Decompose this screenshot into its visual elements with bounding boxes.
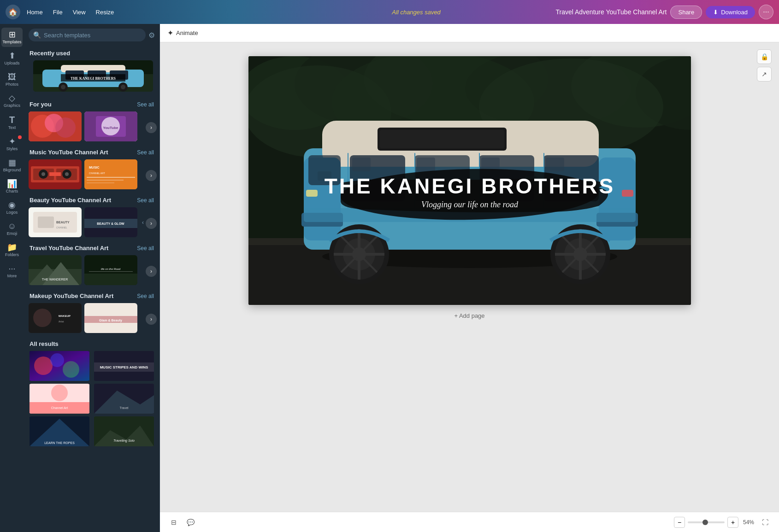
sidebar-item-emoji[interactable]: ☺ Emoji bbox=[1, 219, 23, 239]
notes-tool-button[interactable]: 💬 bbox=[184, 516, 197, 529]
animate-button[interactable]: ✦ Animate bbox=[167, 29, 198, 37]
nav-file[interactable]: File bbox=[49, 7, 66, 18]
more-icon: ··· bbox=[8, 264, 15, 273]
music-next-arrow[interactable]: › bbox=[146, 170, 157, 181]
beauty-next-arrow[interactable]: › bbox=[146, 218, 157, 229]
sidebar-item-styles[interactable]: ✦ Styles bbox=[1, 134, 23, 154]
section-makeup-header: Makeup YouTube Channel Art See all bbox=[24, 289, 159, 301]
sidebar-item-uploads[interactable]: ⬆ Uploads bbox=[1, 49, 23, 68]
background-icon: ▦ bbox=[8, 158, 16, 167]
template-thumb[interactable]: Travelling Solo bbox=[93, 416, 155, 446]
svg-text:Travelling Solo: Travelling Solo bbox=[113, 439, 135, 443]
beauty-see-all[interactable]: See all bbox=[137, 197, 154, 204]
makeup-see-all[interactable]: See all bbox=[137, 293, 154, 299]
topbar-right: Travel Adventure YouTube Channel Art Sha… bbox=[555, 5, 773, 19]
svg-rect-123 bbox=[306, 190, 318, 197]
more-options-button[interactable]: ··· bbox=[759, 5, 773, 19]
svg-point-72 bbox=[51, 385, 68, 401]
template-thumb[interactable]: LEARN THE ROPES bbox=[29, 416, 90, 446]
download-icon: ⬇ bbox=[713, 9, 718, 16]
add-page-button[interactable]: + Add page bbox=[454, 312, 484, 319]
sidebar-item-text[interactable]: T Text bbox=[1, 112, 23, 133]
template-thumb[interactable]: MAKEUP Artist bbox=[29, 303, 82, 333]
template-thumb[interactable]: Travel bbox=[93, 384, 155, 414]
svg-text:BEAUTY & GLOW: BEAUTY & GLOW bbox=[97, 222, 124, 225]
lock-tool-button[interactable]: 🔒 bbox=[757, 49, 772, 64]
travel-next-arrow[interactable]: › bbox=[146, 266, 157, 277]
sidebar-item-logos[interactable]: ◉ Logos bbox=[1, 198, 23, 217]
templates-icon: ⊞ bbox=[9, 30, 16, 39]
uploads-icon: ⬆ bbox=[9, 52, 16, 60]
music-see-all[interactable]: See all bbox=[137, 149, 154, 156]
svg-rect-111 bbox=[417, 158, 435, 171]
fullscreen-button[interactable]: ⛶ bbox=[759, 516, 772, 529]
canvas-frame[interactable]: THE KANEGI BROTHERS Vlogging our life on… bbox=[248, 56, 691, 305]
search-input[interactable] bbox=[44, 32, 141, 39]
charts-icon: 📊 bbox=[7, 180, 17, 188]
svg-point-17 bbox=[55, 117, 76, 138]
zoom-in-button[interactable]: + bbox=[727, 517, 738, 528]
logos-icon: ◉ bbox=[8, 201, 16, 209]
sidebar-item-more[interactable]: ··· More bbox=[1, 262, 23, 281]
download-button[interactable]: ⬇ Download bbox=[706, 6, 755, 18]
template-thumb[interactable]: MUSIC CHANNEL ART bbox=[84, 159, 137, 189]
template-thumb[interactable]: Channel Art bbox=[29, 384, 90, 414]
template-thumb[interactable]: life on the Road bbox=[84, 255, 137, 285]
collapse-button[interactable]: ‹ bbox=[140, 217, 146, 228]
section-travel-header: Travel YouTube Channel Art See all bbox=[24, 241, 159, 253]
section-recently-used-title: Recently used bbox=[30, 50, 70, 57]
template-thumb[interactable]: YouTube bbox=[84, 111, 137, 141]
animate-bar: ✦ Animate bbox=[160, 24, 779, 42]
bottom-left: ⊟ 💬 bbox=[167, 516, 197, 529]
sidebar-item-photos[interactable]: 🖼 Photos bbox=[1, 70, 23, 89]
sidebar-item-background[interactable]: ▦ Bkground bbox=[1, 156, 23, 175]
svg-point-57 bbox=[33, 309, 52, 327]
filter-icon[interactable]: ⚙ bbox=[148, 31, 155, 40]
sidebar-item-templates[interactable]: ⊞ Templates bbox=[1, 28, 23, 47]
templates-panel: 🔍 ⚙ Recently used bbox=[24, 24, 160, 532]
for-you-see-all[interactable]: See all bbox=[137, 101, 154, 108]
svg-point-66 bbox=[50, 353, 64, 367]
svg-text:CHANNEL: CHANNEL bbox=[56, 226, 67, 229]
svg-text:YouTube: YouTube bbox=[103, 126, 118, 130]
for-you-next-arrow[interactable]: › bbox=[146, 122, 157, 133]
animate-icon: ✦ bbox=[167, 29, 173, 37]
makeup-next-arrow[interactable]: › bbox=[146, 314, 157, 325]
template-thumb[interactable]: BEAUTY & GLOW bbox=[84, 207, 137, 237]
sidebar-item-charts[interactable]: 📊 Charts bbox=[1, 177, 23, 196]
sidebar-item-graphics[interactable]: ◇ Graphics bbox=[1, 91, 23, 111]
section-travel-title: Travel YouTube Channel Art bbox=[30, 245, 108, 251]
svg-rect-52 bbox=[84, 274, 137, 285]
svg-rect-40 bbox=[38, 216, 54, 228]
home-button[interactable]: 🏠 bbox=[6, 5, 20, 19]
sidebar-item-folders[interactable]: 📁 Folders bbox=[1, 240, 23, 260]
svg-rect-101 bbox=[380, 130, 504, 148]
export-tool-button[interactable]: ↗ bbox=[757, 67, 772, 82]
template-thumb[interactable] bbox=[29, 111, 82, 141]
share-button[interactable]: Share bbox=[670, 6, 702, 19]
pages-tool-button[interactable]: ⊟ bbox=[167, 516, 180, 529]
graphics-icon: ◇ bbox=[9, 94, 15, 102]
section-beauty-title: Beauty YouTube Channel Art bbox=[30, 197, 111, 204]
recently-used-thumb-inner: THE KANEGI BROTHERS bbox=[33, 60, 153, 92]
zoom-slider[interactable] bbox=[688, 521, 725, 523]
template-thumb[interactable]: MUSIC STRIPES AND WINS bbox=[93, 351, 155, 381]
canvas-scroll[interactable]: THE KANEGI BROTHERS Vlogging our life on… bbox=[160, 42, 779, 512]
nav-home[interactable]: Home bbox=[23, 7, 47, 18]
svg-text:THE WANDERER: THE WANDERER bbox=[42, 278, 68, 281]
template-thumb[interactable]: Glam & Beauty bbox=[84, 303, 137, 333]
nav-view[interactable]: View bbox=[69, 7, 89, 18]
section-music-title: Music YouTube Channel Art bbox=[30, 149, 108, 156]
svg-text:MAKEUP: MAKEUP bbox=[59, 315, 71, 317]
template-thumb[interactable] bbox=[29, 159, 82, 189]
template-thumb[interactable] bbox=[29, 351, 90, 381]
topbar: 🏠 Home File View Resize All changes save… bbox=[0, 0, 779, 24]
svg-text:MUSIC STRIPES AND WINS: MUSIC STRIPES AND WINS bbox=[100, 365, 148, 369]
nav-resize[interactable]: Resize bbox=[92, 7, 118, 18]
recently-used-thumb[interactable]: THE KANEGI BROTHERS bbox=[33, 60, 153, 92]
zoom-out-button[interactable]: − bbox=[674, 517, 685, 528]
travel-see-all[interactable]: See all bbox=[137, 245, 154, 251]
template-thumb[interactable]: BEAUTY CHANNEL bbox=[29, 207, 82, 237]
sidebar-item-styles-wrap: ✦ Styles bbox=[1, 134, 23, 154]
template-thumb[interactable]: THE WANDERER bbox=[29, 255, 82, 285]
